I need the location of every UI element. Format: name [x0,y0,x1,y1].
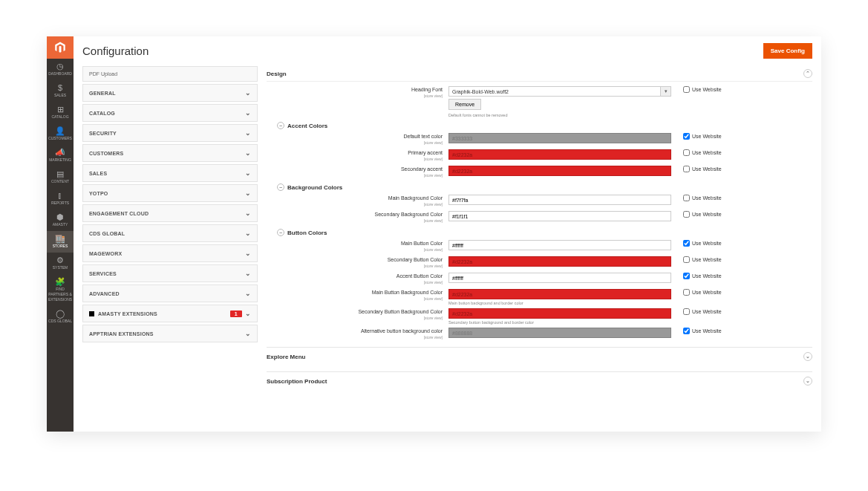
sidebar-item-label: CATALOG [89,111,115,116]
accent-1-swatch[interactable]: #d2232a [448,149,671,160]
row-bg-1: Secondary Background Color[store view]Us… [267,211,812,224]
sidebar-tile-pdf-upload[interactable]: PDF Upload [82,66,258,82]
nav-amasty[interactable]: ⬢AMASTY [47,209,74,231]
sidebar-item-customers[interactable]: CUSTOMERS⌄ [82,144,258,162]
row-btn-5: Alternative button background color[stor… [267,328,812,341]
section-subscription-product[interactable]: Subscription Product⌄ [267,371,812,390]
group-background-colors[interactable]: − Background Colors [277,183,812,191]
sidebar-item-catalog[interactable]: CATALOG⌄ [82,104,258,122]
nav-find-partners-extensions[interactable]: 🧩FIND PARTNERS & EXTENSIONS [47,274,74,306]
expand-icon[interactable]: ⌄ [803,352,812,361]
btn-4-label: Secondary Button Background Color [358,309,443,314]
sidebar-item-apptrian-extensions[interactable]: APPTRIAN EXTENSIONS⌄ [82,325,258,342]
nav-sales[interactable]: $SALES [47,80,74,102]
row-accent-1: Primary accent[store view]#d2232aUse Web… [267,149,812,163]
collapse-icon[interactable]: − [277,229,284,236]
chevron-down-icon: ⌄ [245,250,251,257]
sidebar-item-label: APPTRIAN EXTENSIONS [89,331,154,336]
sidebar-item-yotpo[interactable]: YOTPO⌄ [82,184,258,202]
expand-icon[interactable]: ⌄ [803,377,812,386]
btn-2-input[interactable] [448,273,671,283]
magento-logo [47,36,74,59]
use-website-heading-font[interactable]: Use Website [683,86,722,93]
sidebar-item-cds-global[interactable]: CDS GLOBAL⌄ [82,224,258,242]
nav-customers[interactable]: 👤CUSTOMERS [47,123,74,145]
nav-catalog[interactable]: ⊞CATALOG [47,102,74,123]
bg-1-use-website[interactable]: Use Website [683,211,722,218]
btn-2-use-website[interactable]: Use Website [683,273,722,279]
remove-font-button[interactable]: Remove [448,99,481,110]
sidebar-item-security[interactable]: SECURITY⌄ [82,124,258,142]
nav-icon: 🧩 [55,278,65,286]
chevron-down-icon: ⌄ [245,129,251,137]
sidebar-item-label: CDS GLOBAL [89,231,125,236]
btn-4-swatch[interactable]: #d2232a [448,308,671,319]
nav-icon: ◯ [56,310,65,318]
sidebar-item-sales[interactable]: SALES⌄ [82,164,258,182]
accent-1-use-website[interactable]: Use Website [683,149,722,156]
chevron-down-icon: ⌄ [245,89,251,97]
accent-0-label: Default text color [403,134,443,139]
section-design-title: Design [267,71,287,77]
nav-label: CUSTOMERS [48,136,72,141]
collapse-icon[interactable]: − [277,122,284,129]
row-accent-0: Default text color[store view]#333333Use… [267,133,812,146]
sidebar-item-services[interactable]: SERVICES⌄ [82,264,258,282]
btn-3-note: Main button background and border color [448,301,671,305]
nav-content[interactable]: ▤CONTENT [47,166,74,188]
row-btn-1: Secondary Button Color[store view]#d2232… [267,256,812,270]
btn-1-label: Secondary Button Color [388,257,443,262]
nav-label: DASHBOARD [48,71,72,77]
chevron-down-icon: ▾ [660,87,670,96]
nav-marketing[interactable]: 📣MARKETING [47,145,74,166]
bg-0-input[interactable] [448,195,671,205]
nav-label: SALES [54,93,66,98]
group-accent-colors[interactable]: − Accent Colors [277,122,812,129]
accent-0-swatch[interactable]: #333333 [448,133,671,143]
nav-dashboard[interactable]: ◷DASHBOARD [47,59,74,80]
nav-icon: ⊞ [57,105,64,114]
nav-icon: 🏬 [55,235,65,243]
heading-font-select[interactable]: Graphik-Bold-Web.woff2 ▾ [448,86,671,97]
nav-cds-global[interactable]: ◯CDS GLOBAL [47,306,74,328]
sidebar-item-engagement-cloud[interactable]: ENGAGEMENT CLOUD⌄ [82,204,258,222]
row-btn-0: Main Button Color[store view]Use Website [267,240,812,253]
magento-icon [53,41,67,54]
chevron-down-icon: ⌄ [245,270,251,277]
btn-0-input[interactable] [448,240,671,250]
nav-icon: 👤 [55,127,65,135]
bg-1-label: Secondary Background Color [375,212,443,217]
sidebar-item-mageworx[interactable]: MAGEWORX⌄ [82,244,258,262]
btn-4-use-website[interactable]: Use Website [683,308,722,315]
sidebar-item-general[interactable]: GENERAL⌄ [82,84,258,102]
btn-1-swatch[interactable]: #d2232a [448,256,671,267]
sidebar-item-label: AMASTY EXTENSIONS [98,311,157,316]
section-design[interactable]: Design ⌃ [267,66,812,82]
nav-system[interactable]: ⚙SYSTEM [47,253,74,274]
nav-stores[interactable]: 🏬STORES [47,231,74,253]
btn-5-swatch[interactable]: #888888 [448,328,671,338]
group-button-colors[interactable]: − Button Colors [277,229,812,236]
collapse-icon[interactable]: − [277,183,284,191]
nav-reports[interactable]: ⫿REPORTS [47,188,74,209]
section-explore-menu[interactable]: Explore Menu⌄ [267,347,812,365]
btn-3-swatch[interactable]: #d2232a [448,289,671,299]
accent-2-swatch[interactable]: #d2232a [448,166,671,176]
sidebar-item-amasty-extensions[interactable]: AMASTY EXTENSIONS1⌄ [82,305,258,322]
collapse-icon[interactable]: ⌃ [803,69,812,78]
chevron-down-icon: ⌄ [245,230,251,237]
accent-2-use-website[interactable]: Use Website [683,166,722,172]
accent-0-use-website[interactable]: Use Website [683,133,722,140]
nav-icon: $ [58,84,62,92]
btn-3-use-website[interactable]: Use Website [683,289,722,296]
row-btn-2: Accent Button Color[store view]Use Websi… [267,273,812,286]
admin-sidenav: ◷DASHBOARD$SALES⊞CATALOG👤CUSTOMERS📣MARKE… [47,36,74,432]
btn-1-use-website[interactable]: Use Website [683,256,722,263]
btn-5-use-website[interactable]: Use Website [683,328,722,334]
sidebar-item-advanced[interactable]: ADVANCED⌄ [82,284,258,302]
badge: 1 [230,310,242,317]
bg-1-input[interactable] [448,211,671,221]
btn-0-use-website[interactable]: Use Website [683,240,722,247]
bg-0-use-website[interactable]: Use Website [683,195,722,201]
save-config-button[interactable]: Save Config [763,43,812,59]
